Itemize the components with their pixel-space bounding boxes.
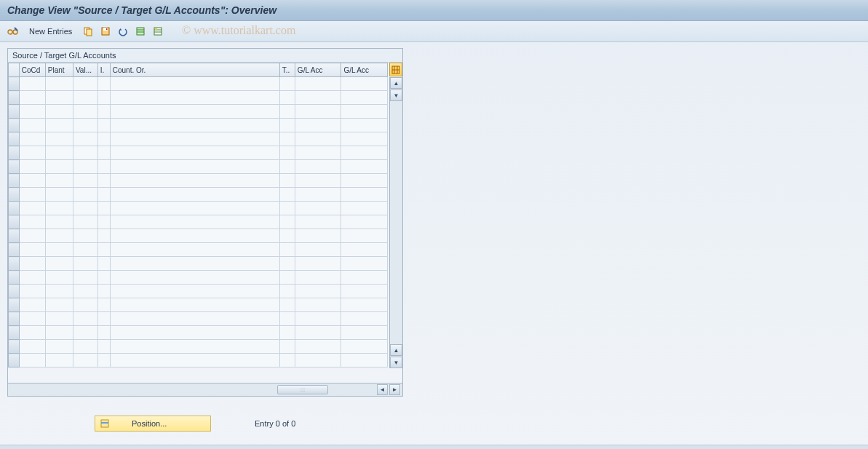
scroll-left-icon[interactable]: ◄	[377, 384, 388, 395]
grid-cell[interactable]	[341, 202, 388, 215]
grid-cell[interactable]	[295, 215, 341, 229]
grid-cell[interactable]	[97, 243, 110, 257]
grid-cell[interactable]	[341, 285, 388, 298]
grid-cell[interactable]	[110, 215, 279, 229]
grid-cell[interactable]	[295, 91, 341, 105]
table-row[interactable]	[9, 105, 388, 119]
scroll-up2-icon[interactable]: ▲	[390, 344, 402, 356]
table-row[interactable]	[9, 340, 388, 354]
table-row[interactable]	[9, 243, 388, 257]
grid-cell[interactable]	[341, 326, 388, 340]
table-row[interactable]	[9, 77, 388, 91]
grid-cell[interactable]	[97, 105, 110, 119]
grid-cell[interactable]	[19, 285, 45, 298]
grid-cell[interactable]	[97, 271, 110, 285]
grid-cell[interactable]	[110, 257, 279, 271]
row-selector[interactable]	[9, 146, 20, 160]
grid-cell[interactable]	[73, 146, 97, 160]
row-selector[interactable]	[9, 119, 20, 132]
grid-cell[interactable]	[73, 160, 97, 174]
row-selector[interactable]	[9, 257, 20, 271]
grid-cell[interactable]	[341, 298, 388, 312]
grid-cell[interactable]	[341, 132, 388, 146]
col-plant[interactable]: Plant	[45, 63, 73, 77]
table-row[interactable]	[9, 285, 388, 298]
grid-cell[interactable]	[97, 340, 110, 354]
grid-cell[interactable]	[110, 146, 279, 160]
grid-cell[interactable]	[279, 354, 295, 367]
grid-cell[interactable]	[73, 285, 97, 298]
grid-cell[interactable]	[73, 91, 97, 105]
grid-cell[interactable]	[73, 312, 97, 326]
grid-cell[interactable]	[97, 174, 110, 188]
scroll-down-icon[interactable]: ▼	[390, 90, 402, 101]
grid-cell[interactable]	[341, 340, 388, 354]
grid-cell[interactable]	[97, 188, 110, 202]
grid-cell[interactable]	[73, 77, 97, 91]
row-selector[interactable]	[9, 215, 20, 229]
grid-cell[interactable]	[341, 243, 388, 257]
grid-cell[interactable]	[295, 285, 341, 298]
table-row[interactable]	[9, 119, 388, 132]
grid-cell[interactable]	[279, 243, 295, 257]
row-selector[interactable]	[9, 132, 20, 146]
grid-cell[interactable]	[295, 271, 341, 285]
table-row[interactable]	[9, 146, 388, 160]
grid-cell[interactable]	[295, 229, 341, 243]
scroll-right-icon[interactable]: ►	[389, 384, 400, 395]
row-selector[interactable]	[9, 285, 20, 298]
grid-cell[interactable]	[45, 354, 73, 367]
grid-cell[interactable]	[19, 326, 45, 340]
grid-cell[interactable]	[110, 243, 279, 257]
row-selector[interactable]	[9, 340, 20, 354]
grid-cell[interactable]	[97, 160, 110, 174]
table-row[interactable]	[9, 312, 388, 326]
grid-cell[interactable]	[73, 298, 97, 312]
grid-cell[interactable]	[279, 160, 295, 174]
row-selector[interactable]	[9, 229, 20, 243]
grid-cell[interactable]	[279, 146, 295, 160]
table-row[interactable]	[9, 298, 388, 312]
grid-cell[interactable]	[110, 105, 279, 119]
grid-cell[interactable]	[45, 271, 73, 285]
grid-cell[interactable]	[279, 188, 295, 202]
grid-cell[interactable]	[19, 174, 45, 188]
accounts-grid[interactable]: CoCd Plant Val... I. Count. Or. T.. G/L …	[8, 63, 388, 367]
grid-cell[interactable]	[341, 174, 388, 188]
grid-cell[interactable]	[295, 188, 341, 202]
grid-cell[interactable]	[110, 271, 279, 285]
grid-cell[interactable]	[45, 132, 73, 146]
grid-cell[interactable]	[73, 119, 97, 132]
save-variant-icon[interactable]	[98, 24, 113, 39]
col-t[interactable]: T..	[279, 63, 295, 77]
grid-cell[interactable]	[97, 119, 110, 132]
grid-cell[interactable]	[279, 229, 295, 243]
table-row[interactable]	[9, 257, 388, 271]
grid-cell[interactable]	[19, 160, 45, 174]
grid-cell[interactable]	[97, 146, 110, 160]
grid-cell[interactable]	[341, 215, 388, 229]
grid-cell[interactable]	[19, 202, 45, 215]
grid-cell[interactable]	[110, 229, 279, 243]
grid-cell[interactable]	[295, 146, 341, 160]
table-row[interactable]	[9, 202, 388, 215]
row-selector[interactable]	[9, 105, 20, 119]
row-selector[interactable]	[9, 326, 20, 340]
grid-cell[interactable]	[341, 229, 388, 243]
grid-cell[interactable]	[279, 257, 295, 271]
grid-cell[interactable]	[45, 77, 73, 91]
grid-cell[interactable]	[295, 312, 341, 326]
grid-cell[interactable]	[279, 326, 295, 340]
grid-cell[interactable]	[295, 257, 341, 271]
row-selector[interactable]	[9, 271, 20, 285]
grid-cell[interactable]	[19, 146, 45, 160]
grid-cell[interactable]	[45, 340, 73, 354]
row-selector[interactable]	[9, 77, 20, 91]
position-button[interactable]: Position...	[95, 416, 211, 432]
scroll-down2-icon[interactable]: ▼	[390, 357, 402, 368]
table-row[interactable]	[9, 215, 388, 229]
grid-cell[interactable]	[97, 132, 110, 146]
grid-cell[interactable]	[73, 105, 97, 119]
grid-cell[interactable]	[341, 188, 388, 202]
col-count-or[interactable]: Count. Or.	[110, 63, 279, 77]
